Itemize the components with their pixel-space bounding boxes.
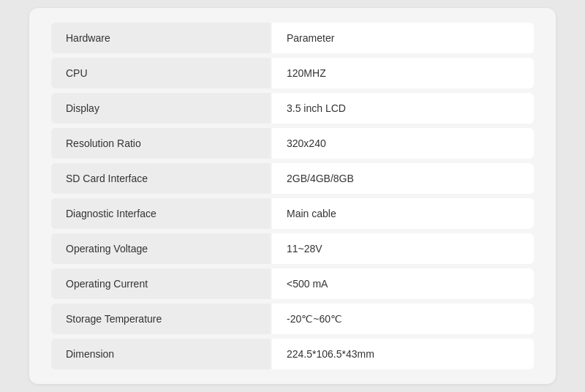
table-row: CPU120MHZ [51, 58, 534, 88]
table-row: Resolution Ratio320x240 [51, 128, 534, 159]
cell-label: Hardware [51, 23, 271, 53]
cell-value: 224.5*106.5*43mm [272, 339, 534, 369]
cell-label: Diagnostic Interface [51, 198, 271, 229]
cell-value: Parameter [272, 23, 534, 53]
cell-label: CPU [51, 58, 271, 88]
table-row: Dimension224.5*106.5*43mm [51, 339, 534, 369]
specs-card: HardwareParameterCPU120MHZDisplay3.5 inc… [29, 8, 556, 384]
cell-label: SD Card Interface [51, 163, 271, 194]
table-row: SD Card Interface2GB/4GB/8GB [51, 163, 534, 194]
cell-value: 120MHZ [272, 58, 534, 88]
specs-table: HardwareParameterCPU120MHZDisplay3.5 inc… [51, 23, 534, 369]
cell-value: <500 mA [272, 268, 534, 299]
cell-value: 11~28V [272, 233, 534, 264]
cell-label: Display [51, 93, 271, 124]
table-row: HardwareParameter [51, 23, 534, 53]
cell-label: Resolution Ratio [51, 128, 271, 159]
table-row: Operating Current<500 mA [51, 268, 534, 299]
cell-label: Operating Current [51, 268, 271, 299]
cell-value: 2GB/4GB/8GB [272, 163, 534, 194]
table-row: Operating Voltage11~28V [51, 233, 534, 264]
cell-value: Main cable [272, 198, 534, 229]
cell-label: Dimension [51, 339, 271, 369]
cell-value: -20℃~60℃ [272, 304, 534, 334]
table-row: Diagnostic InterfaceMain cable [51, 198, 534, 229]
cell-label: Storage Temperature [51, 304, 271, 334]
table-row: Display3.5 inch LCD [51, 93, 534, 124]
cell-value: 320x240 [272, 128, 534, 159]
cell-label: Operating Voltage [51, 233, 271, 264]
cell-value: 3.5 inch LCD [272, 93, 534, 124]
table-row: Storage Temperature-20℃~60℃ [51, 304, 534, 334]
